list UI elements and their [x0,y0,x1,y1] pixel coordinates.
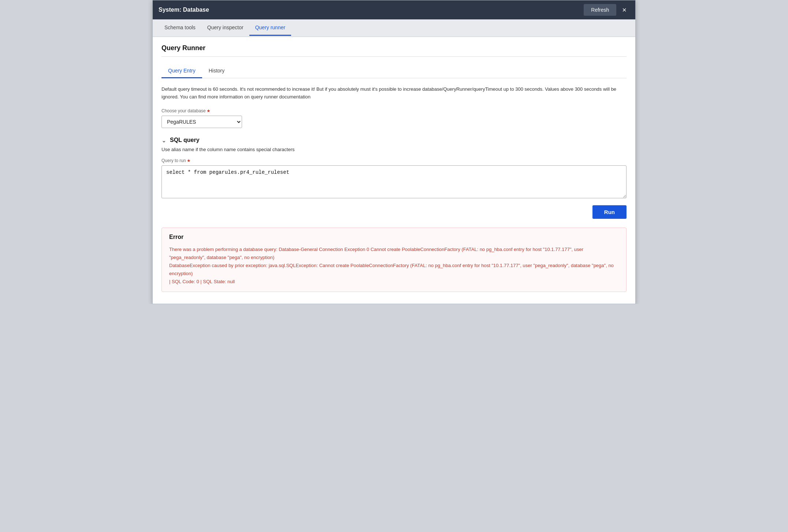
sql-section-title: SQL query [170,137,200,143]
error-title: Error [169,234,619,240]
db-select[interactable]: PegaRULES PegaDATA CustomerDB [161,116,242,128]
query-required-star: ★ [187,158,191,163]
inner-tabs: Query Entry History [161,64,627,78]
main-content: Query Runner Query Entry History Default… [153,37,635,304]
tab-schema-tools[interactable]: Schema tools [159,20,201,36]
error-line-1: There was a problem performing a databas… [169,247,583,260]
title-bar: System: Database Refresh × [153,0,635,19]
app-window: System: Database Refresh × Schema tools … [152,0,636,304]
db-label: Choose your database★ [161,108,627,113]
error-section: Error There was a problem performing a d… [161,228,627,292]
tab-query-runner[interactable]: Query runner [249,20,291,36]
sql-hint: Use alias name if the column name contai… [161,147,627,152]
tab-query-inspector[interactable]: Query inspector [201,20,249,36]
info-text: Default query timeout is 60 seconds. It'… [161,86,627,101]
nav-bar: Schema tools Query inspector Query runne… [153,19,635,37]
title-bar-actions: Refresh × [584,4,629,16]
inner-tab-query-entry[interactable]: Query Entry [161,64,202,78]
sql-section-header: ⌄ SQL query [161,137,627,144]
run-button-row: Run [161,205,627,219]
error-message: There was a problem performing a databas… [169,246,619,286]
error-line-2: DatabaseException caused by prior except… [169,263,614,276]
refresh-button[interactable]: Refresh [584,4,616,16]
app-title: System: Database [159,7,209,13]
run-button[interactable]: Run [592,205,627,219]
collapse-icon[interactable]: ⌄ [161,137,166,144]
query-textarea[interactable]: select * from pegarules.pr4_rule_ruleset [161,165,627,198]
error-line-3: | SQL Code: 0 | SQL State: null [169,279,235,284]
close-button[interactable]: × [619,5,629,15]
inner-tab-history[interactable]: History [202,64,231,78]
db-required-star: ★ [207,108,211,113]
footer-area [0,304,788,326]
query-label: Query to run★ [161,158,627,163]
section-title: Query Runner [161,44,627,57]
